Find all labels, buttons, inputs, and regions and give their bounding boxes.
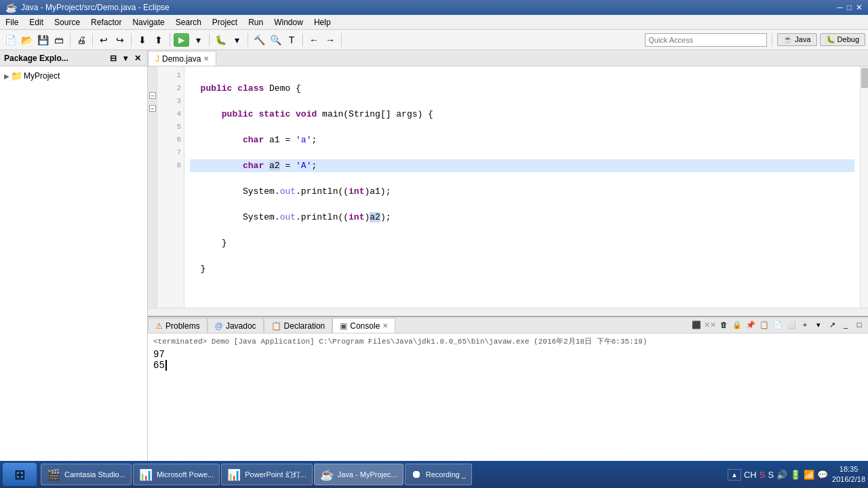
console-line-2: 65 <box>153 360 863 371</box>
prev-annotation-btn[interactable]: ⬆ <box>151 33 166 47</box>
debug-btn[interactable]: 🐛 <box>213 33 228 47</box>
pe-menu-btn[interactable]: ▾ <box>120 53 131 64</box>
expand-icon: ▶ <box>4 73 9 80</box>
debug-perspective-btn[interactable]: 🐛 Debug <box>820 33 865 46</box>
console-paste-btn[interactable]: 📄 <box>772 319 784 331</box>
pe-collapse-btn[interactable]: ⊟ <box>108 53 119 64</box>
open-type-btn[interactable]: T <box>284 33 299 47</box>
tab-declaration[interactable]: 📋 Declaration <box>264 318 333 333</box>
pe-close-btn[interactable]: ✕ <box>132 53 143 64</box>
menu-window[interactable]: Window <box>269 16 309 28</box>
maximize-btn[interactable]: □ <box>847 3 852 12</box>
menu-search[interactable]: Search <box>170 16 207 28</box>
menu-file[interactable]: File <box>0 16 24 28</box>
console-more-btn[interactable]: ▾ <box>812 319 825 331</box>
bottom-panel: ⚠ Problems @ Javadoc 📋 Declaration ▣ Con… <box>148 316 868 472</box>
code-content[interactable]: public class Demo { public static void m… <box>184 66 860 308</box>
minimize-btn[interactable]: ─ <box>837 3 843 12</box>
start-button[interactable]: ⊞ <box>3 463 37 486</box>
console-label: Console <box>350 321 380 331</box>
console-new-btn[interactable]: + <box>799 319 811 331</box>
console-maximize-btn[interactable]: □ <box>853 319 865 331</box>
console-icon: ▣ <box>340 321 347 331</box>
editor-vscroll-thumb[interactable] <box>861 68 868 88</box>
code-editor[interactable]: − − 1 2 3 4 5 6 7 8 public class Demo { <box>148 66 868 308</box>
editor-hscroll[interactable] <box>148 308 868 316</box>
print-btn[interactable]: 🖨 <box>74 33 89 47</box>
taskbar-right: ▲ CH S S 🔊 🔋 📶 💬 18:35 2016/2/18 <box>728 464 865 485</box>
clock[interactable]: 18:35 2016/2/18 <box>832 464 865 485</box>
battery-icon[interactable]: 🔋 <box>790 470 801 480</box>
new-btn[interactable]: 📄 <box>3 33 18 47</box>
notification-icon[interactable]: 💬 <box>817 470 828 480</box>
volume-icon[interactable]: 🔊 <box>776 470 787 480</box>
menu-edit[interactable]: Edit <box>24 16 49 28</box>
ppt1-label: Microsoft Powe... <box>157 470 214 479</box>
tab-close-btn[interactable]: ✕ <box>203 55 209 62</box>
editor-tab-demo[interactable]: J Demo.java ✕ <box>148 51 216 66</box>
menu-run[interactable]: Run <box>243 16 269 28</box>
editor-tabs: J Demo.java ✕ <box>148 50 868 66</box>
forward-btn[interactable]: → <box>323 33 338 47</box>
problems-icon: ⚠ <box>155 321 163 331</box>
undo-btn[interactable]: ↩ <box>96 33 111 47</box>
console-copy-btn[interactable]: 📋 <box>758 319 770 331</box>
back-btn[interactable]: ← <box>307 33 321 47</box>
console-pin-btn[interactable]: 📌 <box>745 319 757 331</box>
console-content[interactable]: <terminated> Demo [Java Application] C:\… <box>148 333 868 464</box>
redo-btn[interactable]: ↪ <box>113 33 127 47</box>
tab-console[interactable]: ▣ Console ✕ <box>332 318 395 333</box>
clock-date: 2016/2/18 <box>832 474 865 485</box>
text-cursor <box>165 360 167 371</box>
quick-access-input[interactable] <box>645 33 767 47</box>
save-all-btn[interactable]: 🗃 <box>52 33 66 47</box>
menu-refactor[interactable]: Refactor <box>85 16 127 28</box>
pe-project-row[interactable]: ▶ 📁 MyProject <box>3 69 144 83</box>
menu-navigate[interactable]: Navigate <box>127 16 170 28</box>
open-btn[interactable]: 📂 <box>19 33 34 47</box>
sogou-icon[interactable]: S <box>760 470 766 480</box>
taskbar-powerpoint2[interactable]: 📊 PowerPoint 幻灯... <box>221 464 312 485</box>
toolbar: 📄 📂 💾 🗃 🖨 ↩ ↪ ⬇ ⬆ ▶ ▾ 🐛 ▾ 🔨 🔍 T ← → ☕ Ja… <box>0 30 868 50</box>
taskbar-powerpoint1[interactable]: 📊 Microsoft Powe... <box>133 464 220 485</box>
fold-indicator-class[interactable]: − <box>149 92 156 99</box>
show-desktop-btn[interactable]: ▲ <box>728 469 741 481</box>
debug-dropdown[interactable]: ▾ <box>229 33 244 47</box>
sep9 <box>772 33 772 47</box>
search-icon-btn[interactable]: 🔍 <box>268 33 283 47</box>
taskbar-camtasia[interactable]: 🎬 Camtasia Studio... <box>41 464 132 485</box>
run-dropdown[interactable]: ▾ <box>191 33 205 47</box>
declaration-label: Declaration <box>284 321 326 331</box>
eclipse-label: Java - MyProjec... <box>338 470 397 479</box>
menu-source[interactable]: Source <box>49 16 85 28</box>
next-annotation-btn[interactable]: ⬇ <box>135 33 150 47</box>
menu-project[interactable]: Project <box>207 16 243 28</box>
run-btn[interactable]: ▶ <box>174 33 189 47</box>
editor-vscroll[interactable] <box>860 66 868 308</box>
java-perspective-btn[interactable]: ☕ Java <box>777 33 816 46</box>
console-stop-btn[interactable]: ⬛ <box>690 319 703 331</box>
console-minimize-btn[interactable]: _ <box>840 319 852 331</box>
recording-icon: ⏺ <box>411 468 422 481</box>
close-btn[interactable]: ✕ <box>856 3 863 12</box>
menu-help[interactable]: Help <box>309 16 336 28</box>
fold-indicator-method[interactable]: − <box>149 105 156 112</box>
console-select-all-btn[interactable]: ⬜ <box>785 319 797 331</box>
tab-problems[interactable]: ⚠ Problems <box>148 318 208 333</box>
package-explorer: Package Explo... ⊟ ▾ ✕ ▶ 📁 MyProject <box>0 50 148 472</box>
taskbar-recording[interactable]: ⏺ Recording _ <box>405 464 472 485</box>
javadoc-label: Javadoc <box>226 321 256 331</box>
console-remove-btn[interactable]: ✕✕ <box>704 319 716 331</box>
input-eng[interactable]: S <box>768 470 774 480</box>
tab-javadoc[interactable]: @ Javadoc <box>208 318 264 333</box>
input-method-ch[interactable]: CH <box>744 470 757 480</box>
console-tab-close[interactable]: ✕ <box>382 322 388 329</box>
console-scroll-lock-btn[interactable]: 🔒 <box>731 319 743 331</box>
save-btn[interactable]: 💾 <box>35 33 50 47</box>
network-icon[interactable]: 📶 <box>804 470 814 480</box>
taskbar-eclipse[interactable]: ☕ Java - MyProjec... <box>314 464 403 485</box>
build-btn[interactable]: 🔨 <box>252 33 267 47</box>
java-file-icon: J <box>155 54 159 64</box>
console-open-btn[interactable]: ↗ <box>826 319 838 331</box>
console-clear-btn[interactable]: 🗑 <box>717 319 730 331</box>
